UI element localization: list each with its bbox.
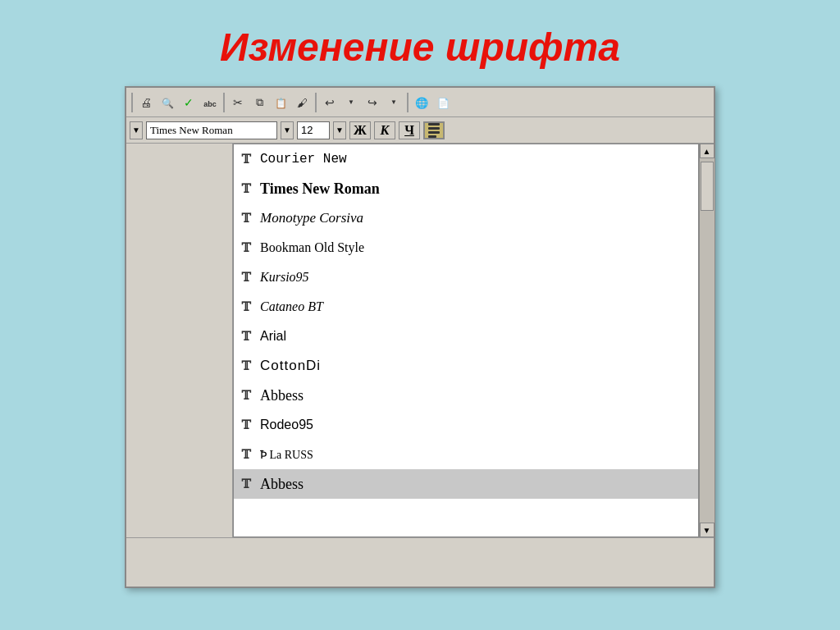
toolbar-separator-2	[223, 93, 225, 112]
cut-button[interactable]	[228, 93, 248, 112]
font-name-label: Monotype Corsiva	[260, 210, 363, 226]
align-line-4	[428, 135, 436, 138]
abc-search-icon	[203, 96, 217, 109]
font-type-icon: 𝕋	[239, 418, 253, 432]
bottom-area	[126, 537, 714, 587]
doc-icon	[437, 96, 450, 109]
font-size-dropdown[interactable]: ▼	[333, 121, 346, 139]
toolbar-separator-3	[315, 93, 317, 112]
font-name-label: Abbess	[260, 387, 304, 404]
font-type-icon: 𝕋	[239, 329, 253, 344]
scroll-thumb[interactable]	[701, 162, 714, 211]
font-size-input[interactable]: 12	[297, 121, 330, 139]
style-dropdown[interactable]: ▼	[130, 121, 143, 139]
font-type-icon: 𝕋	[239, 270, 253, 285]
font-name-dropdown[interactable]: ▼	[281, 121, 294, 139]
font-type-icon: 𝕋	[239, 299, 253, 314]
font-type-icon: 𝕋	[239, 240, 253, 255]
globe-button[interactable]	[412, 93, 431, 112]
globe-icon	[415, 96, 428, 109]
font-name-input[interactable]: Times New Roman	[146, 121, 277, 139]
font-item-arial[interactable]: 𝕋 Arial	[234, 322, 698, 351]
zoom-button[interactable]	[158, 93, 177, 112]
toolbar-separator-4	[407, 93, 409, 112]
brush-button[interactable]	[292, 93, 312, 112]
font-name-label: Arial	[260, 329, 286, 344]
font-list-container: 𝕋 Courier New 𝕋 Times New Roman 𝕋 Monoty…	[233, 144, 699, 537]
doc-button[interactable]	[433, 93, 453, 112]
main-toolbar: ▼ ▼	[126, 88, 714, 117]
print-icon	[140, 96, 152, 109]
page-title: Изменение шрифта	[220, 25, 620, 70]
left-sidebar	[126, 144, 233, 537]
scroll-track[interactable]	[700, 158, 714, 523]
toolbar-separator-1	[131, 93, 133, 112]
font-type-icon: 𝕋	[239, 388, 253, 403]
scroll-down-button[interactable]: ▼	[700, 523, 714, 537]
font-type-icon: 𝕋	[239, 477, 253, 491]
font-type-icon: 𝕋	[239, 211, 253, 226]
print-button[interactable]	[136, 93, 156, 112]
font-name-label: Courier New	[260, 152, 347, 167]
align-line-3	[428, 131, 440, 134]
align-line-1	[428, 123, 440, 126]
font-item-cottondi[interactable]: 𝕋 CottonDi	[234, 351, 698, 381]
font-item-cataneo-bt[interactable]: 𝕋 Cataneo BT	[234, 292, 698, 322]
font-list: 𝕋 Courier New 𝕋 Times New Roman 𝕋 Monoty…	[234, 144, 698, 536]
undo-button[interactable]	[320, 93, 340, 112]
font-type-icon: 𝕋	[239, 181, 253, 196]
check-button[interactable]	[179, 93, 199, 112]
underline-button[interactable]: Ч	[399, 121, 420, 139]
font-item-a-la-russ[interactable]: 𝕋 Ꝥ La RUSS	[234, 440, 698, 469]
window-container: ▼ ▼ ▼ Times New Roman ▼ 12 ▼ Ж К Ч	[125, 86, 715, 588]
italic-button[interactable]: К	[374, 121, 395, 139]
font-list-wrapper: 𝕋 Courier New 𝕋 Times New Roman 𝕋 Monoty…	[233, 144, 714, 537]
font-type-icon: 𝕋	[239, 152, 253, 167]
font-item-bookman-old-style[interactable]: 𝕋 Bookman Old Style	[234, 233, 698, 262]
cut-icon	[233, 96, 243, 109]
align-line-2	[428, 127, 440, 130]
font-name-label: Abbess	[260, 476, 304, 493]
abc-search-button[interactable]	[200, 93, 220, 112]
undo-dropdown[interactable]: ▼	[341, 93, 361, 112]
font-item-rodeo95[interactable]: 𝕋 Rodeo95	[234, 410, 698, 440]
redo-button[interactable]	[363, 93, 382, 112]
font-item-times-new-roman[interactable]: 𝕋 Times New Roman	[234, 174, 698, 203]
font-item-kursio95[interactable]: 𝕋 Kursio95	[234, 262, 698, 292]
redo-dropdown[interactable]: ▼	[384, 93, 404, 112]
font-item-abbess-selected[interactable]: 𝕋 Abbess	[234, 469, 698, 499]
font-name-label: CottonDi	[260, 358, 321, 374]
scrollbar: ▲ ▼	[699, 144, 714, 537]
copy-button[interactable]	[249, 93, 269, 112]
bold-button[interactable]: Ж	[349, 121, 371, 139]
font-type-icon: 𝕋	[239, 358, 253, 373]
align-button[interactable]	[423, 121, 445, 139]
content-area: 𝕋 Courier New 𝕋 Times New Roman 𝕋 Monoty…	[126, 144, 714, 537]
font-name-label: Ꝥ La RUSS	[260, 448, 313, 462]
font-name-label: Rodeo95	[260, 418, 313, 432]
font-toolbar: ▼ Times New Roman ▼ 12 ▼ Ж К Ч	[126, 117, 714, 144]
undo-icon	[325, 96, 335, 109]
align-icon	[428, 123, 440, 138]
font-name-label: Bookman Old Style	[260, 240, 364, 255]
brush-icon	[297, 96, 308, 109]
font-type-icon: 𝕋	[239, 447, 253, 462]
zoom-icon	[162, 96, 174, 109]
font-item-courier-new[interactable]: 𝕋 Courier New	[234, 144, 698, 174]
font-name-label: Kursio95	[260, 270, 309, 285]
paste-icon	[275, 96, 287, 109]
font-name-label: Cataneo BT	[260, 299, 323, 314]
redo-icon	[368, 96, 377, 109]
paste-button[interactable]	[271, 93, 290, 112]
scroll-up-button[interactable]: ▲	[700, 144, 714, 158]
font-item-monotype-corsiva[interactable]: 𝕋 Monotype Corsiva	[234, 203, 698, 233]
font-item-abbess[interactable]: 𝕋 Abbess	[234, 381, 698, 410]
font-name-label: Times New Roman	[260, 180, 380, 198]
copy-icon	[256, 95, 263, 109]
check-icon	[184, 96, 194, 109]
